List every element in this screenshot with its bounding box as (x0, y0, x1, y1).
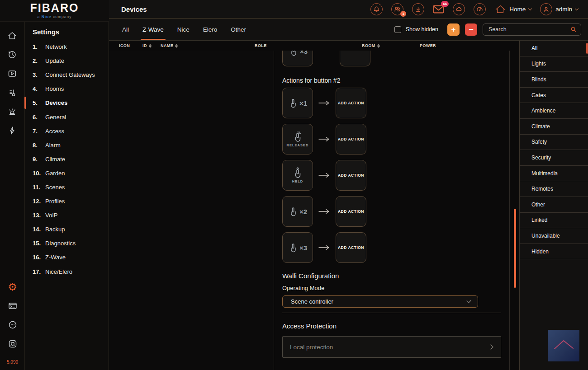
settings-scrollbar-thumb[interactable] (24, 97, 26, 109)
history-icon[interactable] (6, 49, 18, 61)
sidebar-item-access[interactable]: 7.Access (33, 124, 109, 138)
sidebar-item-profiles[interactable]: 12.Profiles (33, 194, 109, 208)
add-action-button[interactable]: ADD ACTION (336, 232, 366, 263)
mail-icon[interactable]: 66 (433, 5, 444, 14)
category-hidden[interactable]: Hidden (520, 244, 588, 260)
tab-zwave[interactable]: Z-Wave (142, 19, 165, 40)
energy-icon[interactable] (6, 125, 18, 136)
weather-icon[interactable] (453, 3, 465, 15)
show-hidden-checkbox[interactable] (394, 26, 401, 33)
column-label: POWER (420, 43, 436, 48)
tab-nice[interactable]: Nice (176, 19, 190, 40)
category-ambience[interactable]: Ambience (520, 103, 588, 119)
column-id[interactable]: ID (142, 43, 161, 48)
sidebar-item-zwave[interactable]: 16.Z-Wave (33, 250, 109, 264)
tab-elero[interactable]: Elero (202, 19, 218, 40)
sort-icon[interactable] (175, 44, 178, 48)
category-security[interactable]: Security (520, 150, 588, 166)
climate-icon[interactable] (6, 87, 18, 98)
search-input[interactable] (488, 26, 570, 33)
category-label: Ambience (531, 108, 555, 114)
sidebar-item-voip[interactable]: 13.VoIP (33, 208, 109, 222)
add-action-button[interactable]: ADD ACTION (336, 160, 366, 191)
action-row-x2: ×2 ADD ACTION (282, 196, 366, 227)
sidebar-item-rooms[interactable]: 4.Rooms (33, 82, 109, 96)
search-box[interactable] (483, 23, 581, 36)
category-label: Linked (531, 217, 547, 223)
table-header: ICON ID NAME ROLE ROOM POWER (109, 41, 510, 51)
sidebar-item-garden[interactable]: 10.Garden (33, 166, 109, 180)
category-safety[interactable]: Safety (520, 135, 588, 150)
category-scrollbar-thumb[interactable] (586, 43, 588, 54)
download-icon[interactable] (412, 3, 424, 15)
home-selector[interactable]: Home (494, 4, 531, 14)
access-protection-title: Access Protection (282, 322, 337, 330)
terminal-icon[interactable] (7, 300, 19, 312)
operating-mode-label: Operating Mode (282, 285, 324, 291)
category-unavailable[interactable]: Unavailable (520, 228, 588, 244)
sidebar-item-nice-elero[interactable]: 17.Nice/Elero (33, 265, 109, 279)
partial-add-action-tile[interactable] (340, 51, 370, 66)
column-room[interactable]: ROOM (362, 43, 420, 48)
tab-other[interactable]: Other (230, 19, 247, 40)
sidebar-item-update[interactable]: 2.Update (33, 54, 109, 68)
alarm-bell-icon[interactable] (370, 3, 383, 15)
home-icon[interactable] (6, 30, 18, 42)
sidebar-item-devices[interactable]: 5.Devices (33, 96, 109, 110)
category-blinds[interactable]: Blinds (520, 72, 588, 88)
category-remotes[interactable]: Remotes (520, 181, 588, 197)
gauge-icon[interactable] (474, 3, 486, 15)
item-label: Scenes (45, 184, 65, 191)
search-icon[interactable] (570, 26, 577, 33)
category-label: Other (531, 201, 545, 208)
add-action-button[interactable]: ADD ACTION (336, 88, 366, 118)
tap-count-label: ×3 (300, 51, 308, 55)
sidebar-item-alarm[interactable]: 8.Alarm (33, 138, 109, 152)
action-row-x1: ×1 ADD ACTION (282, 88, 366, 118)
column-power: POWER (420, 43, 436, 48)
sidebar-item-backup[interactable]: 14.Backup (33, 222, 109, 236)
column-name[interactable]: NAME (161, 43, 255, 48)
network-api-icon[interactable] (7, 319, 19, 331)
sidebar-item-network[interactable]: 1.Network (33, 40, 109, 54)
tab-all[interactable]: All (121, 19, 130, 40)
sidebar-item-general[interactable]: 6.General (33, 110, 109, 124)
sort-icon[interactable] (149, 44, 152, 48)
media-icon[interactable] (6, 68, 18, 80)
sidebar-item-diagnostics[interactable]: 15.Diagnostics (33, 236, 109, 250)
category-other[interactable]: Other (520, 197, 588, 213)
remove-device-button[interactable]: − (465, 23, 477, 36)
chevron-up-icon (548, 330, 579, 361)
add-device-button[interactable]: + (447, 23, 460, 36)
logo-bar: FIBARO a Nice company (0, 0, 109, 22)
account-label: admin (555, 6, 572, 13)
arrow-right-icon (318, 100, 330, 106)
category-linked[interactable]: Linked (520, 213, 588, 229)
content-scrollbar-thumb[interactable] (514, 209, 516, 288)
operating-mode-dropdown[interactable]: Scene controller (282, 295, 478, 308)
home-label: Home (509, 6, 526, 13)
category-multimedia[interactable]: Multimedia (520, 166, 588, 182)
scroll-to-top-button[interactable] (548, 330, 579, 361)
chevron-down-icon (467, 299, 471, 303)
add-action-button[interactable]: ADD ACTION (336, 124, 366, 155)
sort-icon[interactable] (377, 44, 380, 48)
account-selector[interactable]: admin (540, 3, 578, 15)
hub-icon[interactable] (7, 338, 19, 350)
add-action-button[interactable]: ADD ACTION (336, 196, 366, 227)
category-lights[interactable]: Lights (520, 56, 588, 72)
local-protection-panel[interactable]: Local protection (282, 336, 501, 358)
sidebar-item-climate[interactable]: 9.Climate (33, 152, 109, 166)
category-gates[interactable]: Gates (520, 88, 588, 103)
alarm-siren-icon[interactable] (6, 106, 18, 117)
column-role: ROLE (255, 43, 362, 48)
category-climate[interactable]: Climate (520, 119, 588, 135)
item-label: Alarm (45, 142, 61, 149)
sidebar-item-scenes[interactable]: 11.Scenes (33, 180, 109, 194)
users-icon[interactable]: 1 (391, 3, 403, 15)
tap-count-label: ×2 (299, 208, 307, 215)
partial-arrow-icon: • (318, 51, 334, 66)
settings-gear-icon[interactable]: ⚙ (7, 281, 19, 293)
category-all[interactable]: All (520, 41, 588, 56)
sidebar-item-connect-gateways[interactable]: 3.Connect Gateways (33, 68, 109, 82)
